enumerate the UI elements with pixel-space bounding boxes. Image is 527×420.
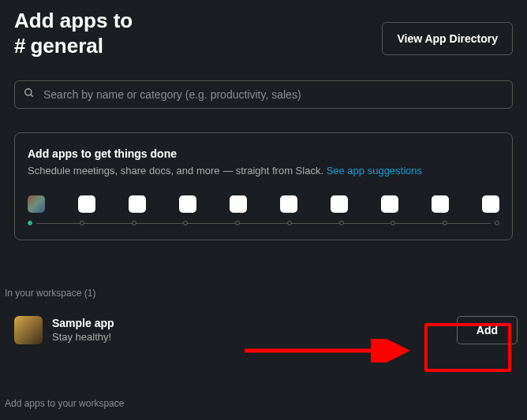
suggested-app-3[interactable] [129,195,146,213]
page-title-channel: # general [14,34,133,58]
carousel-dot-2[interactable] [80,221,84,225]
page-title-line1: Add apps to [14,8,133,34]
carousel-dot-8[interactable] [391,221,395,225]
search-input[interactable] [14,80,513,109]
see-suggestions-link[interactable]: See app suggestions [327,165,422,177]
sample-app-icon [14,316,43,344]
suggested-app-10[interactable] [482,195,499,213]
suggested-app-1[interactable] [28,195,45,213]
add-button[interactable]: Add [457,316,518,344]
carousel-dot-6[interactable] [287,221,292,225]
suggested-app-5[interactable] [230,195,247,213]
suggested-app-4[interactable] [179,195,196,213]
svg-line-1 [31,94,33,96]
svg-point-0 [25,88,32,95]
search-icon [24,87,35,102]
carousel-dot-10[interactable] [495,221,499,225]
carousel-dot-3[interactable] [132,221,136,225]
workspace-section-label: In your workspace (1) [0,240,527,299]
suggested-app-8[interactable] [381,195,398,213]
suggested-app-7[interactable] [331,195,348,213]
app-suggestions-row [28,195,499,213]
promo-title: Add apps to get things done [28,147,499,160]
carousel-dot-5[interactable] [235,221,240,225]
carousel-dot-9[interactable] [443,221,447,225]
carousel-dot-4[interactable] [183,221,188,225]
suggested-app-9[interactable] [432,195,449,213]
carousel-dot-7[interactable] [339,221,344,225]
carousel-dots [28,221,499,225]
suggested-app-6[interactable] [280,195,297,213]
promo-card: Add apps to get things done Schedule mee… [14,132,513,240]
footer-section-label: Add apps to your workspace [5,398,124,409]
carousel-dot-1[interactable] [28,221,32,225]
suggested-app-2[interactable] [78,195,95,213]
app-description: Stay healthy! [52,331,447,343]
promo-subtitle: Schedule meetings, share docs, and more … [28,165,499,177]
view-app-directory-button[interactable]: View App Directory [382,22,513,55]
app-list-item: Sample app Stay healthy! Add [0,316,527,344]
app-name: Sample app [52,317,447,329]
hash-icon: # [14,34,25,58]
search-container [14,80,513,109]
